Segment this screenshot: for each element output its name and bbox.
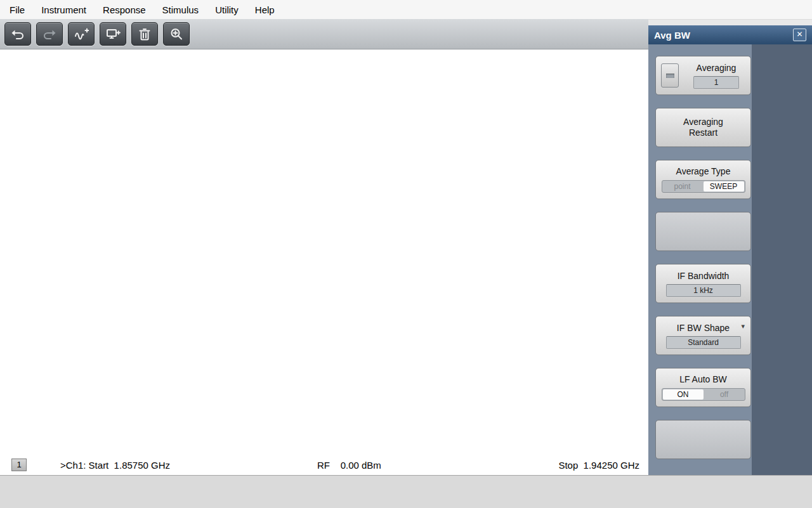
panel-title: Avg BW: [654, 30, 793, 41]
softkey-column: Averaging 1 Averaging Restart Average Ty…: [655, 56, 751, 472]
if-bw-shape-button[interactable]: IF BW Shape ▾ Standard: [655, 316, 751, 355]
delete-button[interactable]: [131, 22, 158, 46]
panel-tab-column: [752, 44, 812, 475]
averaging-restart-label: Averaging Restart: [672, 117, 735, 138]
menu-file[interactable]: File: [1, 4, 33, 15]
lf-auto-bw-off-option[interactable]: off: [704, 389, 745, 400]
undo-icon: [10, 27, 25, 42]
menu-bar: FileInstrumentResponseStimulusUtilityHel…: [0, 0, 812, 20]
average-type-toggle: point SWEEP: [662, 180, 745, 193]
add-trace-icon: [74, 27, 89, 42]
panel-body: Averaging 1 Averaging Restart Average Ty…: [648, 44, 812, 475]
lf-auto-bw-button[interactable]: LF Auto BW ON off: [655, 368, 751, 407]
averaging-label: Averaging: [697, 63, 737, 74]
channel-indicator: 1: [11, 459, 27, 471]
averaging-indicator: [661, 63, 679, 88]
rf-power-label: RF 0.00 dBm: [317, 460, 381, 471]
delete-icon: [137, 27, 152, 42]
average-type-button[interactable]: Average Type point SWEEP: [655, 160, 751, 199]
if-bw-shape-label: IF BW Shape: [677, 323, 730, 334]
lf-auto-bw-on-option[interactable]: ON: [663, 389, 704, 400]
toolbar: [0, 19, 648, 49]
empty-softkey-1: [655, 212, 751, 251]
screen-copy-button[interactable]: [100, 22, 126, 46]
undo-button[interactable]: [4, 22, 31, 46]
averaging-led-icon: [666, 74, 674, 78]
if-bandwidth-value: 1 kHz: [666, 284, 741, 297]
empty-softkey-2: [655, 420, 751, 459]
dropdown-arrow-icon: ▾: [741, 322, 745, 330]
zoom-in-icon: [169, 27, 184, 42]
status-bar: [0, 475, 812, 508]
lf-auto-bw-toggle: ON off: [662, 388, 745, 401]
averaging-button[interactable]: Averaging 1: [655, 56, 751, 95]
zoom-in-button[interactable]: [163, 22, 190, 46]
redo-button: [36, 22, 63, 46]
average-type-sweep-option[interactable]: SWEEP: [704, 181, 744, 192]
menu-instrument[interactable]: Instrument: [33, 4, 95, 15]
avg-bw-panel: Avg BW ✕ Averaging 1 Averaging Restart A…: [648, 25, 812, 475]
measurement-window: 1 >Ch1: Start 1.85750 GHz RF 0.00 dBm St…: [0, 49, 648, 475]
panel-title-bar: Avg BW ✕: [648, 25, 812, 44]
averaging-value: 1: [693, 76, 739, 89]
menu-utility[interactable]: Utility: [207, 4, 247, 15]
redo-icon: [42, 27, 57, 42]
menu-stimulus[interactable]: Stimulus: [154, 4, 207, 15]
if-bandwidth-button[interactable]: IF Bandwidth 1 kHz: [655, 264, 751, 303]
average-type-point-option[interactable]: point: [662, 181, 703, 192]
stop-frequency-label: Stop 1.94250 GHz: [558, 460, 639, 471]
menu-response[interactable]: Response: [95, 4, 154, 15]
chart-area[interactable]: [0, 49, 648, 475]
average-type-label: Average Type: [676, 166, 731, 177]
averaging-restart-button[interactable]: Averaging Restart: [655, 108, 751, 147]
close-icon[interactable]: ✕: [793, 29, 806, 41]
start-frequency-label: >Ch1: Start 1.85750 GHz: [60, 460, 170, 471]
add-trace-button[interactable]: [68, 22, 95, 46]
lf-auto-bw-label: LF Auto BW: [679, 374, 727, 385]
menu-help[interactable]: Help: [247, 4, 283, 15]
screen-copy-icon: [105, 27, 121, 42]
if-bandwidth-label: IF Bandwidth: [678, 271, 730, 282]
if-bw-shape-value: Standard: [666, 336, 741, 349]
